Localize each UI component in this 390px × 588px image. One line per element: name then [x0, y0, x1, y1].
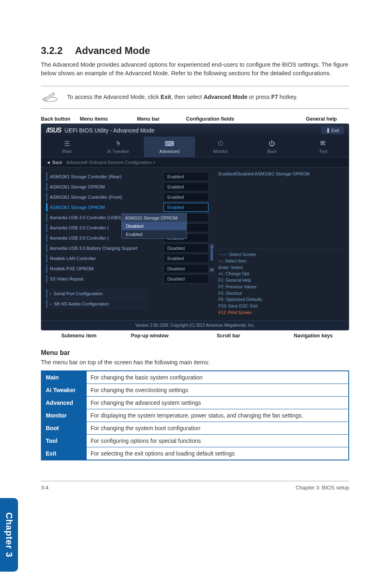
tab-main[interactable]: ☰Main — [41, 137, 92, 157]
label-navigation-keys: Navigation keys — [258, 333, 349, 339]
scroll-thumb[interactable] — [211, 249, 213, 261]
table-val: For displaying the system temperature, p… — [86, 409, 349, 422]
config-row[interactable]: ASM1061 Storage Controller (Front)Enable… — [46, 193, 208, 202]
nav-key-line: F2: Previous Values — [218, 284, 344, 290]
popup-option[interactable]: Enabled — [122, 230, 186, 238]
note-callout: To access the Advanced Mode, click Exit,… — [41, 86, 349, 109]
bios-titlebar: /ISUS UEFI BIOS Utility - Advanced Mode … — [41, 124, 349, 137]
table-key: Main — [41, 371, 86, 384]
tab-advanced[interactable]: ⌨Advanced — [144, 137, 195, 157]
bios-screenshot: /ISUS UEFI BIOS Utility - Advanced Mode … — [41, 123, 349, 330]
asus-logo: /ISUS — [46, 127, 61, 134]
config-value[interactable]: Enabled — [164, 172, 208, 181]
config-label: S3 Video Repost — [46, 275, 164, 283]
page-footer: 3-4 Chapter 3: BIOS setup — [41, 481, 349, 491]
scroll-track[interactable] — [211, 249, 213, 267]
submenu-label: SB HD Azalia Configuration — [54, 301, 109, 306]
tab-label: Main — [62, 149, 72, 154]
label-submenu-item: Submenu item — [41, 333, 106, 339]
nav-key-line: F10: Save ESC: Exit — [218, 303, 344, 310]
config-value[interactable]: Disabled — [164, 264, 208, 273]
tab-label: Monitor — [213, 149, 228, 154]
chevron-right-icon: › — [50, 302, 51, 306]
bottom-callout-labels: Submenu item Pop-up window Scroll bar Na… — [41, 333, 349, 339]
bios-config-panel: ASM1061 Storage Controller (Rear)Enabled… — [41, 168, 213, 320]
config-value[interactable]: Enabled — [164, 193, 208, 202]
popup-title: ASM101 Storage OPROM — [122, 214, 186, 222]
advanced-icon: ⌨ — [146, 140, 193, 147]
config-value[interactable]: Enabled — [164, 254, 208, 263]
config-row[interactable]: S3 Video RepostDisabled — [46, 274, 208, 283]
label-popup-window: Pop-up window — [106, 333, 192, 339]
tab-boot[interactable]: ⏻Boot — [246, 137, 297, 157]
config-row[interactable]: Asmedia USB 3.0 Battery Charging Support… — [46, 244, 208, 253]
list-icon: ☰ — [43, 140, 91, 147]
nav-key-line: +/-: Change Opt. — [218, 271, 344, 277]
page-number: 3-4 — [41, 485, 49, 491]
config-row[interactable]: Realtek PXE OPROMDisabled — [46, 264, 208, 273]
config-row[interactable]: ASM1061 Storage OPROMEnabled — [46, 203, 208, 212]
exit-icon: ❚ — [326, 128, 330, 133]
exit-button[interactable]: ❚ Exit — [321, 126, 344, 134]
chapter-side-tab: Chapter 3 — [0, 498, 18, 507]
table-row: MainFor changing the basic system config… — [41, 371, 349, 384]
nav-key-line: ↑↓: Select Item — [218, 258, 344, 265]
nav-key-line: Enter: Select — [218, 265, 344, 271]
label-general-help: General help — [268, 116, 349, 122]
back-button[interactable]: ◄ Back — [46, 160, 62, 165]
tool-icon: 🛠 — [299, 140, 347, 147]
tab-label: Boot — [267, 149, 277, 154]
config-label: ASM1061 Storage Controller (Rear) — [46, 173, 164, 181]
tab-ai-tweaker[interactable]: 🖰Ai Tweaker — [92, 137, 143, 157]
nav-key-line: F5: Optimized Defaults — [218, 296, 344, 303]
nav-key-line: F1: General Help — [218, 277, 344, 284]
config-value[interactable]: Disabled — [164, 274, 208, 283]
breadcrumb-path: Advanced\ Onboard Devices Configuration … — [66, 160, 155, 165]
section-heading: 3.2.2Advanced Mode — [41, 45, 349, 56]
table-key: Tool — [41, 434, 86, 447]
config-label: ASM1061 Storage Controller (Front) — [46, 193, 164, 201]
navigation-keys: →←: Select Screen ↑↓: Select Item Enter:… — [218, 249, 344, 316]
submenu-item[interactable]: ›SB HD Azalia Configuration — [46, 299, 147, 308]
config-row[interactable]: Realtek LAN ControllerEnabled — [46, 254, 208, 263]
label-menu-items: Menu items — [80, 116, 137, 122]
tab-monitor[interactable]: ⏲Monitor — [195, 137, 246, 157]
bios-tab-bar: ☰Main 🖰Ai Tweaker ⌨Advanced ⏲Monitor ⏻Bo… — [41, 137, 349, 157]
tab-tool[interactable]: 🛠Tool — [298, 137, 349, 157]
table-row: ToolFor configuring options for special … — [41, 434, 349, 447]
config-label: Asmedia USB 3.0 Battery Charging Support — [46, 244, 164, 252]
breadcrumb-bar: ◄ Back Advanced\ Onboard Devices Configu… — [41, 157, 349, 168]
power-icon: ⏻ — [248, 140, 296, 147]
table-key: Advanced — [41, 396, 86, 409]
table-key: Ai Tweaker — [41, 384, 86, 396]
nav-key-line: F12: Print Screen — [218, 310, 344, 316]
bios-footer: Version 2.00.1208. Copyright (C) 2012 Am… — [41, 320, 349, 330]
config-label: Realtek PXE OPROM — [46, 265, 164, 273]
table-row: MonitorFor displaying the system tempera… — [41, 409, 349, 422]
label-back-button: Back button — [41, 116, 80, 122]
menubar-heading: Menu bar — [41, 349, 349, 357]
config-label: Realtek LAN Controller — [46, 254, 164, 263]
exit-label: Exit — [332, 128, 339, 133]
section-number: 3.2.2 — [41, 45, 63, 56]
popup-window: ASM101 Storage OPROM Disabled Enabled — [121, 213, 187, 239]
section-title: Advanced Mode — [75, 45, 150, 56]
chapter-title-footer: Chapter 3: BIOS setup — [296, 485, 349, 491]
submenu-item[interactable]: ›Serial Port Configuration — [46, 289, 147, 298]
config-row[interactable]: ASM1061 Storage Controller (Rear)Enabled — [46, 172, 208, 181]
table-row: ExitFor selecting the exit options and l… — [41, 447, 349, 460]
config-value[interactable]: Disabled — [164, 244, 208, 253]
config-row[interactable]: ASM1061 Storage OPROMEnabled — [46, 182, 208, 191]
pencil-note-icon — [41, 90, 59, 104]
config-value[interactable]: Enabled — [164, 182, 208, 191]
chevron-right-icon: › — [50, 292, 51, 296]
menubar-description: The menu bar on top of the screen has th… — [41, 359, 349, 366]
label-config-fields: Configuration fields — [186, 116, 268, 122]
menubar-table: MainFor changing the basic system config… — [41, 370, 349, 460]
table-row: Ai TweakerFor changing the overclocking … — [41, 384, 349, 396]
popup-option[interactable]: Disabled — [122, 222, 186, 230]
table-row: AdvancedFor changing the advanced system… — [41, 396, 349, 409]
nav-key-line: →←: Select Screen — [218, 251, 344, 258]
config-value[interactable]: Enabled — [164, 203, 208, 212]
tab-label: Ai Tweaker — [107, 149, 129, 154]
